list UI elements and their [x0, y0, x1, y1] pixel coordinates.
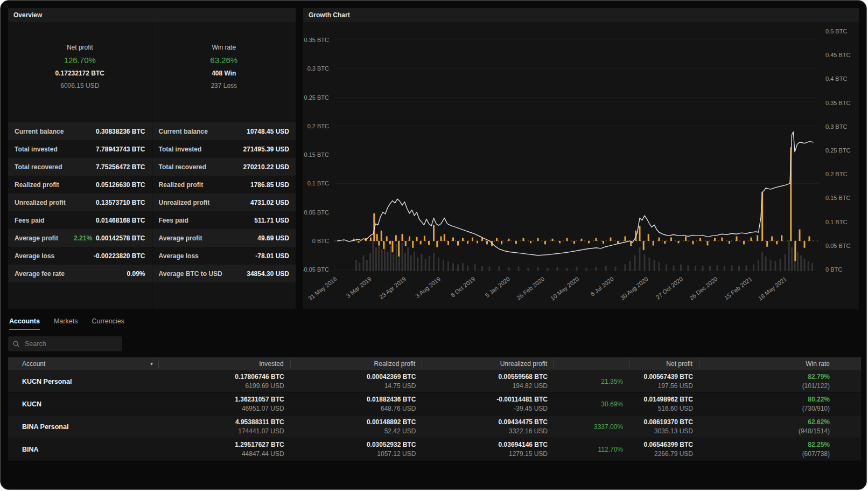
win-rate-cell: 82.79%(101/122)	[699, 372, 861, 391]
column-header-realized-profit[interactable]: Realized profit	[291, 359, 423, 368]
profit-percent: 3337.00%	[594, 423, 623, 431]
overview-row-usd-8: Average BTC to USD34854.30 USD	[152, 265, 296, 282]
profit-percent-cell: 3337.00%	[554, 423, 629, 431]
unrealized-profit-usd: 1279.15 USD	[429, 449, 548, 459]
search-input[interactable]	[24, 340, 118, 348]
svg-text:0.35 BTC: 0.35 BTC	[825, 100, 851, 106]
growth-chart-svg: 0.35 BTC0.3 BTC0.25 BTC0.2 BTC0.15 BTC0.…	[303, 22, 861, 309]
svg-text:0.25 BTC: 0.25 BTC	[304, 94, 330, 101]
unrealized-profit-usd: 3322.16 USD	[429, 427, 548, 436]
unrealized-profit-usd: -39.45 USD	[429, 404, 548, 413]
realized-profit-btc: 0.03052932 BTC	[297, 440, 416, 449]
win-rate-ratio: (101/122)	[699, 382, 830, 391]
invested-usd: 44847.44 USD	[165, 449, 284, 459]
realized-profit-usd: 1057.12 USD	[297, 449, 416, 459]
net-profit-usd: 3035.13 USD	[636, 427, 693, 436]
invested-btc: 4.95388311 BTC	[165, 418, 284, 427]
unrealized-profit-btc: -0.00114481 BTC	[429, 395, 548, 404]
svg-text:30 Aug 2020: 30 Aug 2020	[619, 275, 649, 301]
tab-accounts[interactable]: Accounts	[9, 317, 40, 330]
win-rate-percent: 62.62%	[699, 418, 830, 427]
overview-row-btc-3: Realized profit0.05126630 BTC	[8, 176, 152, 193]
overview-row-label: Average BTC to USD	[159, 270, 222, 278]
invested-cell: 1.29517627 BTC44847.44 USD	[159, 440, 291, 459]
win-rate-stat: Win rate 63.26% 408 Win 237 Loss	[152, 22, 296, 122]
net-profit-usd: 197.56 USD	[636, 382, 693, 391]
net-profit-label: Net profit	[8, 44, 152, 51]
win-rate-losses: 237 Loss	[152, 82, 296, 89]
svg-text:6 Jul 2020: 6 Jul 2020	[589, 275, 614, 298]
net-profit-usd: 2266.79 USD	[636, 449, 693, 459]
tab-markets[interactable]: Markets	[54, 317, 78, 329]
growth-chart-panel: Growth Chart 0.35 BTC0.3 BTC0.25 BTC0.2 …	[303, 8, 859, 309]
column-header-invested[interactable]: Invested	[159, 359, 291, 368]
overview-row-value: 10748.45 USD	[247, 128, 289, 135]
column-header-account[interactable]: Account▾	[8, 359, 159, 368]
column-header-percent[interactable]	[554, 359, 629, 368]
column-header-win-rate[interactable]: Win rate	[699, 359, 861, 368]
invested-cell: 1.36231057 BTC46951.07 USD	[159, 395, 291, 413]
svg-text:0.2 BTC: 0.2 BTC	[307, 123, 329, 129]
svg-text:5 Jan 2020: 5 Jan 2020	[484, 275, 511, 299]
overview-row-label: Unrealized profit	[15, 199, 66, 206]
tab-currencies[interactable]: Currencies	[92, 317, 124, 329]
win-rate-percent: 82.79%	[699, 372, 830, 382]
account-name: KUCN Personal	[8, 378, 159, 385]
svg-text:31 May 2018: 31 May 2018	[307, 275, 338, 302]
table-row-1[interactable]: KUCN1.36231057 BTC46951.07 USD0.01882436…	[8, 393, 861, 416]
accounts-table-body: KUCN Personal0.17806746 BTC6199.69 USD0.…	[8, 370, 861, 461]
table-row-2[interactable]: BINA Personal4.95388311 BTC174441.07 USD…	[8, 416, 861, 438]
overview-btc-rows: Current balance0.30838236 BTCTotal inves…	[8, 122, 152, 282]
overview-row-label: Total invested	[159, 146, 202, 153]
win-rate-percent: 80.22%	[699, 395, 830, 404]
invested-usd: 174441.07 USD	[165, 427, 284, 436]
overview-row-label: Current balance	[159, 128, 208, 135]
overview-row-usd-2: Total recovered270210.22 USD	[152, 158, 296, 176]
unrealized-profit-cell: -0.00114481 BTC-39.45 USD	[422, 395, 554, 413]
overview-row-value: 7.75256472 BTC	[96, 163, 145, 171]
bottom-section: AccountsMarketsCurrencies Account▾Invest…	[8, 316, 859, 461]
invested-btc: 1.29517627 BTC	[165, 440, 284, 449]
growth-chart-title: Growth Chart	[309, 11, 350, 19]
growth-line	[337, 132, 813, 255]
realized-profit-btc: 0.00148892 BTC	[297, 418, 416, 427]
top-section: Overview Net profit 126.70% 0.17232172 B…	[8, 8, 859, 309]
accounts-table-header: Account▾InvestedRealized profitUnrealize…	[8, 357, 861, 370]
table-row-0[interactable]: KUCN Personal0.17806746 BTC6199.69 USD0.…	[8, 370, 861, 393]
svg-text:27 Oct 2020: 27 Oct 2020	[655, 275, 684, 300]
svg-text:6 Oct 2019: 6 Oct 2019	[450, 275, 477, 299]
search-box[interactable]	[8, 336, 122, 351]
overview-usd-column: Win rate 63.26% 408 Win 237 Loss Current…	[152, 22, 296, 309]
overview-row-value: 2.21%0.00142578 BTC	[74, 234, 145, 242]
win-rate-percent: 63.26%	[152, 56, 296, 65]
overview-row-btc-0: Current balance0.30838236 BTC	[8, 122, 152, 140]
overview-row-label: Average profit	[159, 234, 202, 242]
overview-row-value: 1786.85 USD	[250, 181, 289, 189]
net-profit-cell: 0.06546399 BTC2266.79 USD	[629, 440, 699, 459]
overview-row-btc-5: Fees paid0.01468168 BTC	[8, 211, 152, 229]
column-header-label: Account	[22, 359, 45, 368]
realized-profit-usd: 648.76 USD	[297, 404, 416, 413]
overview-title: Overview	[13, 11, 42, 19]
invested-usd: 6199.69 USD	[165, 382, 284, 391]
app-window: Overview Net profit 126.70% 0.17232172 B…	[0, 0, 867, 490]
unrealized-profit-btc: 0.00559568 BTC	[429, 372, 548, 382]
table-row-3[interactable]: BINA1.29517627 BTC44847.44 USD0.03052932…	[8, 438, 861, 461]
column-header-unrealized-profit[interactable]: Unrealized profit	[422, 359, 554, 368]
net-profit-cell: 0.08619370 BTC3035.13 USD	[629, 418, 699, 436]
y-axis-left: 0.35 BTC0.3 BTC0.25 BTC0.2 BTC0.15 BTC0.…	[303, 37, 819, 273]
growth-chart[interactable]: 0.35 BTC0.3 BTC0.25 BTC0.2 BTC0.15 BTC0.…	[303, 22, 859, 309]
overview-row-usd-7: Average loss-78.01 USD	[152, 247, 296, 265]
profit-percent-cell: 30.69%	[554, 400, 629, 408]
realized-profit-btc: 0.00042369 BTC	[297, 372, 416, 382]
profit-percent-cell: 112.70%	[554, 446, 629, 453]
win-rate-cell: 80.22%(730/910)	[699, 395, 861, 413]
svg-text:0.05 BTC: 0.05 BTC	[304, 209, 330, 216]
column-header-net-profit[interactable]: Net profit	[629, 359, 699, 368]
net-profit-usd: 6006.15 USD	[8, 82, 152, 89]
win-rate-ratio: (948/1514)	[699, 427, 830, 436]
overview-row-usd-4: Unrealized profit4731.02 USD	[152, 193, 296, 211]
sort-caret-icon[interactable]: ▾	[150, 359, 153, 368]
overview-row-label: Realized profit	[159, 181, 204, 189]
svg-text:18 May 2021: 18 May 2021	[757, 275, 788, 302]
